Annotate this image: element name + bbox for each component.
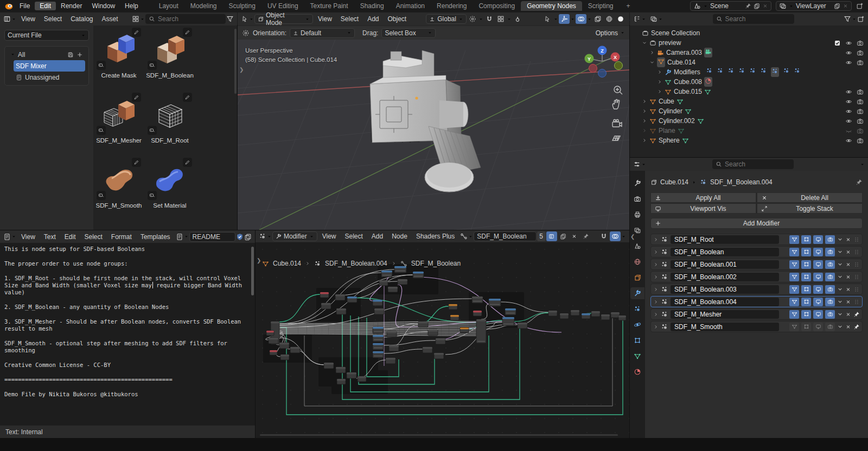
- modifier-row-sdf_m_boolean-001[interactable]: SDF_M_Boolean.001: [650, 259, 863, 270]
- asset-thumbnail[interactable]: [151, 95, 189, 133]
- cam-toggle[interactable]: [825, 310, 835, 319]
- outliner-row-preview[interactable]: preview: [630, 38, 868, 48]
- outliner-row-cube-015[interactable]: Cube.015: [630, 87, 868, 96]
- toggle-stack-button[interactable]: Toggle Stack: [757, 203, 863, 214]
- viewlayer-selector[interactable]: ViewLayer: [776, 1, 852, 11]
- monitor-toggle[interactable]: [813, 273, 823, 281]
- editor-type-asset-icon[interactable]: [3, 15, 11, 23]
- eye-toggle-icon[interactable]: [845, 98, 852, 105]
- node-graph-canvas[interactable]: Cube.014SDF_M_Boolean.004SDF_M_Boolean ❯: [256, 242, 629, 438]
- workspace-tab-animation[interactable]: Animation: [390, 1, 431, 11]
- cage-toggle[interactable]: [801, 310, 811, 319]
- asset-source-select[interactable]: Current File: [4, 30, 89, 41]
- catalog-all-row[interactable]: All: [8, 49, 85, 60]
- pin-icon[interactable]: [853, 311, 860, 318]
- menu-item-file[interactable]: File: [15, 2, 35, 10]
- asset-card-boolean[interactable]: SDF_M_Boolean: [145, 30, 194, 79]
- properties-tab-world[interactable]: [630, 256, 644, 268]
- menu-item-templates[interactable]: Templates: [136, 232, 175, 242]
- editor-type-text-icon[interactable]: [3, 233, 11, 241]
- modifier-row-sdf_m_boolean-003[interactable]: SDF_M_Boolean.003: [650, 284, 863, 295]
- text-name-field[interactable]: README: [189, 232, 235, 242]
- workspace-tab-shading[interactable]: Shading: [354, 1, 390, 11]
- snap-toggle-button[interactable]: [484, 14, 495, 24]
- remove-modifier-icon[interactable]: [845, 286, 851, 293]
- workspace-tab-rendering[interactable]: Rendering: [431, 1, 473, 11]
- edit-asset-icon[interactable]: [132, 93, 141, 102]
- outliner-row-plane[interactable]: Plane: [630, 126, 868, 136]
- monitor-toggle[interactable]: [813, 323, 823, 331]
- modifier-row-sdf_m_boolean-004[interactable]: SDF_M_Boolean.004: [650, 296, 863, 307]
- edit-asset-icon[interactable]: [183, 158, 192, 167]
- drag-handle-icon[interactable]: [853, 248, 860, 256]
- cam-toggle-icon[interactable]: [857, 108, 864, 115]
- asset-card-root[interactable]: SDF_M_Root: [145, 95, 194, 144]
- cage-toggle[interactable]: [801, 248, 811, 256]
- chevron-down-icon[interactable]: [852, 17, 857, 22]
- cage-toggle[interactable]: [801, 273, 811, 281]
- remove-modifier-icon[interactable]: [845, 298, 851, 306]
- cam-toggle-icon[interactable]: [857, 118, 864, 125]
- properties-tab-material[interactable]: [630, 366, 644, 378]
- outliner-row-cube-008[interactable]: Cube.008: [630, 77, 868, 87]
- shading-solid-button[interactable]: [615, 14, 626, 24]
- select-tool-button[interactable]: [542, 14, 553, 24]
- pin-icon[interactable]: [853, 323, 860, 331]
- tridata-toggle[interactable]: [789, 248, 799, 256]
- outliner-row-cube-014[interactable]: Cube.014: [630, 57, 868, 67]
- eye-toggle-icon[interactable]: [845, 137, 852, 144]
- modifier-row-sdf_m_boolean-002[interactable]: SDF_M_Boolean.002: [650, 271, 863, 282]
- menu-item-select[interactable]: Select: [340, 231, 367, 241]
- remove-modifier-icon[interactable]: [845, 323, 851, 331]
- drag-handle-icon[interactable]: [853, 298, 860, 306]
- eye-toggle-icon[interactable]: [845, 59, 852, 66]
- workspace-tab-layout[interactable]: Layout: [153, 1, 184, 11]
- modifier-name-field[interactable]: SDF_M_Boolean.001: [671, 260, 779, 269]
- pivot-point-button[interactable]: [467, 14, 478, 24]
- node-frame[interactable]: [378, 264, 438, 294]
- cam-toggle[interactable]: [825, 260, 835, 269]
- menu-item-render[interactable]: Render: [56, 2, 87, 10]
- viewport-canvas[interactable]: Z Y X: [238, 40, 629, 230]
- remove-modifier-icon[interactable]: [845, 236, 851, 243]
- unlink-button[interactable]: [569, 231, 580, 241]
- chevron-down-icon[interactable]: [553, 17, 558, 22]
- eye-toggle-icon[interactable]: [845, 108, 852, 115]
- cage-toggle[interactable]: [801, 260, 811, 269]
- pin-icon[interactable]: [745, 2, 751, 10]
- modifier-row-sdf_m_smooth[interactable]: SDF_M_Smooth: [650, 321, 863, 332]
- menu-item-object[interactable]: Object: [384, 14, 411, 24]
- cam-toggle-icon[interactable]: [857, 40, 864, 47]
- viewport-nav-buttons[interactable]: [612, 86, 622, 140]
- show-gizmo-button[interactable]: [559, 14, 570, 24]
- modifier-row-sdf_m_root[interactable]: SDF_M_Root: [650, 234, 863, 245]
- cam-toggle[interactable]: [825, 248, 835, 256]
- mode-select[interactable]: Object Mode: [254, 14, 313, 24]
- chevron-down-icon[interactable]: [10, 52, 15, 57]
- workspace-tab-modeling[interactable]: Modeling: [184, 1, 223, 11]
- add-workspace-button[interactable]: +: [621, 1, 636, 11]
- cage-toggle[interactable]: [801, 323, 811, 331]
- new-page-icon[interactable]: [856, 2, 864, 10]
- eye-toggle-icon[interactable]: [845, 49, 852, 56]
- edit-asset-icon[interactable]: [183, 28, 192, 37]
- properties-tab-constraints[interactable]: [630, 334, 644, 346]
- register-check-icon[interactable]: [236, 233, 244, 241]
- cam-toggle-icon[interactable]: [857, 59, 864, 66]
- properties-tab-particles[interactable]: [630, 303, 644, 315]
- workspace-tab-texture-paint[interactable]: Texture Paint: [304, 1, 354, 11]
- add-modifier-button[interactable]: Add Modifier: [650, 218, 863, 229]
- modifier-row-sdf_m_mesher[interactable]: SDF_M_Mesher: [650, 308, 863, 320]
- scene-selector[interactable]: Scene: [690, 1, 771, 11]
- modifier-row-sdf_m_boolean[interactable]: SDF_M_Boolean: [650, 246, 863, 257]
- asset-thumbnail[interactable]: [100, 30, 138, 68]
- node-group-name-field[interactable]: SDF_M_Boolean: [474, 231, 536, 241]
- remove-modifier-icon[interactable]: [845, 311, 851, 318]
- cage-toggle[interactable]: [801, 285, 811, 294]
- users-count-badge[interactable]: 5: [537, 231, 546, 241]
- chevron-down-icon[interactable]: [621, 234, 626, 239]
- sidebar-expand-arrow[interactable]: ❯: [257, 257, 261, 263]
- tridata-toggle[interactable]: [789, 273, 799, 281]
- modifier-name-field[interactable]: SDF_M_Mesher: [671, 310, 779, 319]
- asset-card-mask[interactable]: Create Mask: [94, 30, 143, 79]
